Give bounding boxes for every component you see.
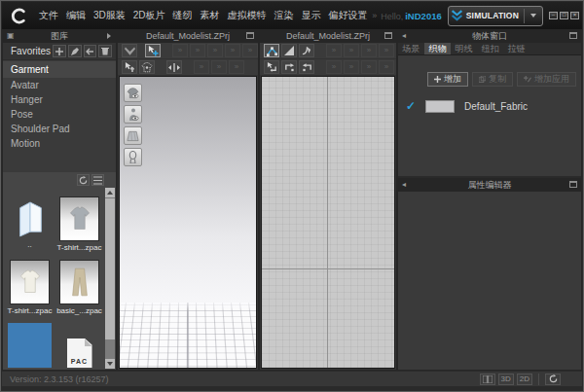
toolbar-overflow-icon[interactable]: » [194,60,209,74]
menu-item-edit[interactable]: 编辑 [62,2,90,29]
view-2d-button[interactable]: 2D [517,374,532,385]
sidebar-item-hanger[interactable]: Hanger [3,92,116,107]
move-gizmo-button[interactable] [166,60,182,74]
tab-topstitch[interactable]: 明线 [451,43,477,54]
list-item-pac-file[interactable]: PAC [55,317,104,370]
menu-item-preferences[interactable]: 偏好设置 [325,2,372,29]
toolbar-overflow-icon[interactable]: » [225,44,240,57]
sidebar-item-garment[interactable]: Garment [3,61,116,78]
refresh-icon[interactable] [77,174,90,186]
simulation-button[interactable]: SIMULATION [448,6,543,26]
menu-item-sewing[interactable]: 缝纫 [169,2,197,29]
tab-scene[interactable]: 场景 [398,43,424,54]
sidebar-item-motion[interactable]: Motion [3,136,116,151]
scrollbar-handle[interactable] [105,198,115,339]
toolbar-overflow-icon[interactable]: » [326,60,342,74]
scroll-up-icon[interactable] [105,188,115,197]
add-favorite-button[interactable] [53,45,66,57]
list-item-fabric-blue[interactable] [5,317,55,370]
edit-curvature-tool-button[interactable] [281,44,297,57]
menu-item-render[interactable]: 渲染 [271,2,298,29]
sync-button[interactable] [545,374,561,385]
menu-item-2d-pattern[interactable]: 2D板片 [129,2,169,29]
fabric-swatch[interactable] [425,100,455,113]
viewport-3d[interactable] [119,76,257,369]
menu-item-virtual-avatar[interactable]: 虚拟模特 [224,2,271,29]
menu-item-display[interactable]: 显示 [298,2,325,29]
add-apply-fabric-button[interactable]: 增加应用 [517,72,576,87]
close-button[interactable]: × [570,12,579,19]
check-icon[interactable]: ✓ [406,99,425,113]
edit-pattern-tool-button[interactable] [264,44,279,57]
scroll-down-icon[interactable] [105,359,115,369]
toolbar-overflow-icon[interactable]: » [190,44,205,57]
sidebar-item-pose[interactable]: Pose [3,107,116,122]
menu-item-material[interactable]: 素材 [197,2,224,29]
simulate-button[interactable] [122,44,137,57]
undock-icon[interactable] [384,32,392,39]
undock-icon[interactable] [246,32,254,39]
view-3d-button[interactable]: 3D [498,374,514,385]
thumbnail-label: .. [27,238,31,250]
toolbar-overflow-icon[interactable]: » [172,44,188,57]
pac-file-icon: PAC [67,339,92,368]
simulation-dropdown-caret-icon[interactable] [530,14,536,18]
minimize-button[interactable]: – [549,12,558,19]
toolbar-overflow-icon[interactable]: » [379,44,394,57]
library-browser: .. T-shirt...zpac T-shirt...zpac [3,172,116,370]
tab-fabric[interactable]: 织物 [424,43,451,54]
menu-item-3d-garment[interactable]: 3D服装 [90,2,129,29]
sidebar-item-avatar[interactable]: Avatar [3,78,116,92]
edit-favorite-button[interactable] [68,45,82,57]
menubar: 文件 编辑 3D服装 2D板片 缝纫 素材 虚拟模特 渲染 显示 偏好设置 » … [2,2,582,29]
split-view-button[interactable] [480,374,495,385]
toolbar-overflow-icon[interactable]: » [229,60,244,74]
copy-fabric-button[interactable]: 复制 [472,72,513,87]
list-item-tshirt-white[interactable]: T-shirt...zpac [5,254,55,317]
toolbar-overflow-icon[interactable]: » [344,60,359,74]
thumbnail-label: T-shirt...zpac [57,241,102,253]
show-garment-fit-button[interactable] [139,60,155,74]
toolbar-overflow-icon[interactable]: » [326,44,342,57]
undock-icon[interactable] [569,32,577,39]
rotate-ccw-tool-button[interactable] [299,60,314,74]
viewport-3d-display-buttons [124,84,142,166]
show-garment-button[interactable] [124,84,142,102]
list-item-parent-folder[interactable]: .. [5,191,55,254]
sidebar-item-shoulder-pad[interactable]: Shoulder Pad [3,122,116,136]
thumbnail-label: T-shirt...zpac [8,304,53,316]
menu-item-file[interactable]: 文件 [35,2,62,29]
toolbar-overflow-icon[interactable]: » [207,44,223,57]
toolbar-overflow-icon[interactable]: » [379,60,394,74]
show-fabric-button[interactable] [124,126,142,145]
edit-curve-point-tool-button[interactable] [299,44,314,57]
show-avatar-button[interactable] [124,105,142,124]
library-scrollbar[interactable] [105,188,115,369]
tab-zipper[interactable]: 拉链 [503,43,529,54]
menu-overflow-chevron-icon[interactable]: » [372,11,377,20]
delete-favorite-button[interactable] [98,45,112,57]
transform-pattern-tool-button[interactable] [264,60,279,74]
back-button[interactable] [84,45,97,57]
library-collapse-icon[interactable] [107,33,111,39]
toolbar-overflow-icon[interactable]: » [361,60,377,74]
toolbar-overflow-icon[interactable]: » [211,60,227,74]
select-move-tool-button[interactable] [145,44,161,57]
list-view-icon[interactable] [91,174,104,186]
show-head-button[interactable] [124,148,142,166]
favorites-label: Favorites [11,46,51,56]
undock-icon[interactable] [569,181,577,188]
fabric-list-item[interactable]: ✓ Default_Fabric [398,95,581,117]
rotate-cw-tool-button[interactable] [281,60,297,74]
tab-button[interactable]: 纽扣 [477,43,503,54]
list-item-pants[interactable]: basic_...zpac [55,254,104,317]
viewport-2d[interactable] [261,76,395,369]
add-fabric-button[interactable]: 增加 [427,72,468,87]
select-garment-tool-button[interactable] [122,60,137,74]
clo-logo-icon[interactable] [6,3,31,28]
toolbar-overflow-icon[interactable]: » [344,44,359,57]
toolbar-overflow-icon[interactable]: » [361,44,377,57]
list-item-tshirt-gray[interactable]: T-shirt...zpac [55,191,104,254]
maximize-button[interactable]: □ [560,12,568,19]
toolbar-overflow-icon[interactable]: » [242,44,258,57]
